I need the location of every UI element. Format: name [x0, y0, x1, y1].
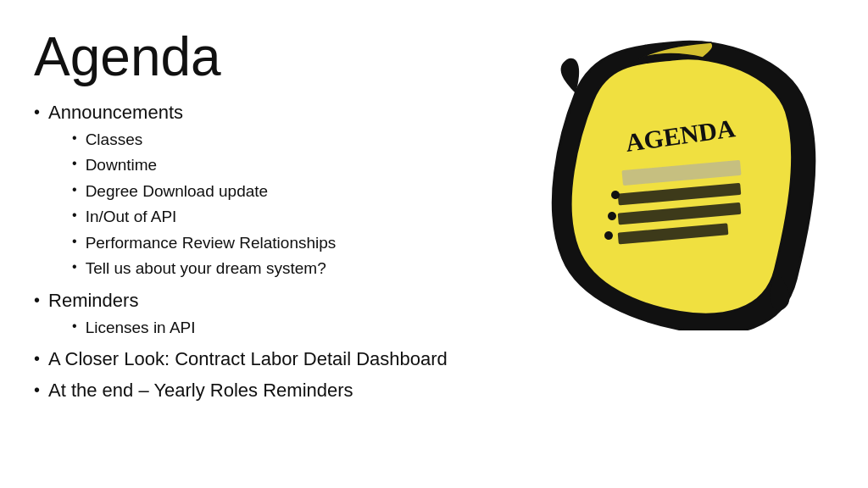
list-item: • Classes [48, 128, 336, 152]
sub-item-api: In/Out of API [86, 205, 177, 230]
sub-item-dream: Tell us about your dream system? [86, 257, 326, 281]
sub-bullet-icon: • [72, 316, 77, 336]
list-item-reminders: • Reminders • Licenses in API [34, 288, 509, 341]
bullet-icon: • [34, 100, 40, 124]
list-item: • Performance Review Relationships [48, 231, 336, 256]
slide-container: Agenda • Announcements • Classes • Downt… [0, 0, 868, 488]
sub-item-classes: Classes [86, 128, 143, 152]
agenda-graphic: AGENDA [546, 34, 817, 330]
sub-item-downtime: Downtime [86, 153, 157, 178]
sub-bullet-icon: • [72, 205, 77, 225]
bullet-icon: • [34, 378, 40, 402]
sub-bullet-icon: • [72, 231, 77, 252]
reminders-label: Reminders [48, 290, 138, 311]
agenda-image-area: AGENDA [520, 34, 843, 330]
sub-item-degree: Degree Download update [86, 180, 269, 204]
bullet-icon: • [34, 288, 40, 312]
sub-bullet-icon: • [72, 257, 77, 277]
list-item: • Degree Download update [48, 180, 336, 204]
sub-item-perf: Performance Review Relationships [86, 231, 337, 256]
list-item-at-end: • At the end – Yearly Roles Reminders [34, 378, 509, 404]
list-item: • In/Out of API [48, 205, 336, 230]
announcements-label: Announcements [48, 102, 183, 123]
sub-bullet-icon: • [72, 128, 77, 148]
content-area: Agenda • Announcements • Classes • Downt… [34, 25, 509, 463]
slide-title: Agenda [34, 25, 509, 88]
at-end-label: At the end – Yearly Roles Reminders [48, 378, 353, 404]
list-item: • Licenses in API [48, 316, 196, 341]
sub-item-licenses: Licenses in API [86, 316, 196, 341]
list-item: • Downtime [48, 153, 336, 178]
sub-bullet-icon: • [72, 180, 77, 200]
main-list: • Announcements • Classes • Downtime [34, 100, 509, 404]
sub-bullet-icon: • [72, 153, 77, 174]
closer-look-label: A Closer Look: Contract Labor Detail Das… [48, 347, 448, 373]
sub-list-reminders: • Licenses in API [48, 316, 196, 341]
list-item-announcements: • Announcements • Classes • Downtime [34, 100, 509, 283]
list-item-closer-look: • A Closer Look: Contract Labor Detail D… [34, 347, 509, 373]
list-item: • Tell us about your dream system? [48, 257, 336, 281]
bullet-icon: • [34, 347, 40, 370]
sub-list-announcements: • Classes • Downtime • Degree Download u… [48, 128, 336, 281]
